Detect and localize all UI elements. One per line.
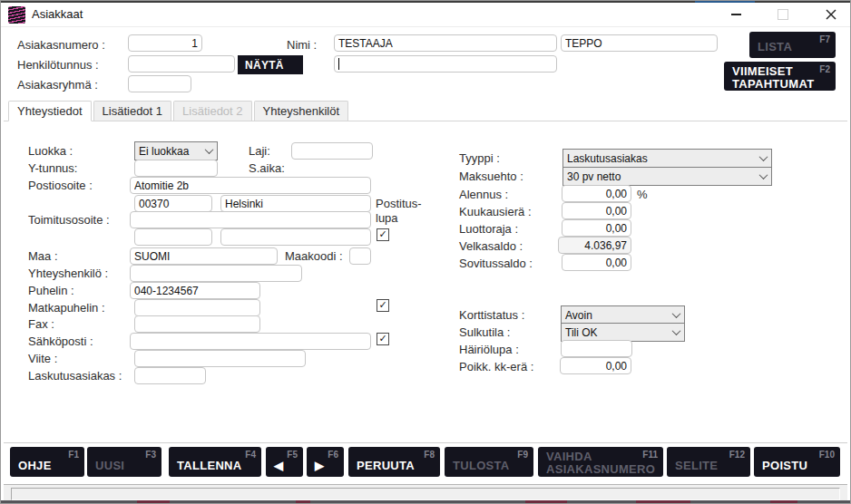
toimitus-postinumero-input[interactable] [134, 228, 212, 246]
postinumero-input[interactable] [134, 195, 212, 212]
viimeiset-tapahtumat-button[interactable]: VIIMEISET TAPAHTUMAT F2 [724, 62, 836, 91]
chevron-down-icon [669, 324, 684, 341]
next-button[interactable]: ▶ F6 [307, 447, 344, 477]
viimeiset-fkey: F2 [819, 64, 830, 74]
sulkutila-select[interactable]: Tili OK [561, 323, 685, 342]
laskutusasiakas-input[interactable] [134, 367, 206, 384]
poikk-kk-era-input[interactable] [560, 357, 631, 374]
toimitusosoite-input[interactable] [130, 211, 371, 228]
uusi-button: UUSI F3 [87, 447, 161, 477]
tulosta-button: TULOSTA F9 [445, 447, 533, 477]
chevron-down-icon [756, 168, 771, 185]
laji-input[interactable] [291, 142, 373, 160]
postiosoite-input[interactable] [130, 177, 371, 194]
maakoodi-input[interactable] [349, 247, 371, 265]
peruuta-button[interactable]: PERUUTA F8 [348, 447, 440, 477]
matkapuhelin-checkbox[interactable]: ✓ [377, 299, 389, 312]
maa-input[interactable] [130, 247, 278, 265]
postituslupa-checkbox[interactable]: ✓ [377, 228, 389, 241]
status-bar [4, 484, 847, 502]
postituslupa-label-2: lupa [376, 211, 398, 225]
postituslupa-label-1: Postitus- [376, 197, 422, 210]
henkilotunnus-input[interactable] [128, 55, 235, 73]
hairiolupa-input[interactable] [561, 340, 632, 357]
sovitussaldo-label: Sovitussaldo : [459, 257, 533, 270]
tyyppi-label: Tyyppi : [459, 151, 500, 165]
nimi-label: Nimi : [287, 38, 317, 52]
luokka-label: Luokka : [28, 144, 73, 158]
luottoraja-input[interactable] [562, 219, 631, 237]
maakoodi-label: Maakoodi : [285, 249, 343, 263]
tab-yhteystiedot[interactable]: Yhteystiedot [8, 101, 92, 121]
tallenna-button[interactable]: TALLENNA F4 [169, 447, 261, 477]
ohje-button[interactable]: OHJE F1 [10, 447, 84, 477]
luottoraja-label: Luottoraja : [459, 222, 518, 236]
fax-input[interactable] [134, 315, 260, 333]
velkasaldo-field [558, 237, 631, 254]
sahkoposti-checkbox[interactable]: ✓ [377, 333, 389, 345]
vaihda-asiakasnumero-button: VAIHDA ASIAKASNUMERO F11 [538, 447, 663, 477]
selite-button: SELITE F12 [667, 447, 750, 477]
laji-label: Laji: [249, 144, 270, 158]
asiakasryhma-input[interactable] [128, 75, 191, 92]
matkapuhelin-input[interactable] [134, 299, 260, 316]
luokka-select[interactable]: Ei luokkaa [134, 141, 218, 160]
prev-arrow-icon: ◀ [274, 460, 298, 472]
close-button[interactable] [811, 3, 851, 26]
nimi-input-3[interactable] [334, 55, 557, 73]
asiakasnumero-input[interactable] [128, 34, 202, 52]
alennus-label: Alennus : [459, 188, 508, 201]
sovitussaldo-input[interactable] [562, 254, 631, 271]
postiosoite-label: Postiosoite : [28, 179, 93, 192]
toimitusosoite-label: Toimitusosoite : [28, 213, 110, 227]
henkilotunnus-label: Henkilötunnus : [17, 58, 99, 72]
toimitus-toimipaikka-input[interactable] [220, 228, 371, 246]
puhelin-input[interactable] [130, 282, 260, 299]
maksuehto-select[interactable]: 30 pv netto [562, 167, 772, 186]
poistu-button[interactable]: POISTU F10 [754, 447, 840, 477]
fax-label: Fax : [28, 317, 54, 331]
nimi-input-1[interactable] [334, 34, 557, 52]
kuukausiera-label: Kuukausierä : [459, 205, 532, 218]
window-title: Asiakkaat [32, 7, 83, 21]
maa-label: Maa : [28, 249, 58, 263]
tab-yhteyshenkilot[interactable]: Yhteyshenkilöt [254, 101, 349, 121]
alennus-unit-label: % [637, 188, 648, 201]
tab-lisatiedot-1[interactable]: Lisätiedot 1 [93, 101, 172, 121]
postitoimipaikka-input[interactable] [220, 195, 371, 212]
tab-bar: Yhteystiedot Lisätiedot 1 Lisätiedot 2 Y… [4, 101, 847, 121]
asiakasnumero-label: Asiakasnumero : [17, 38, 105, 52]
lista-button[interactable]: LISTA F7 [749, 32, 836, 58]
status-message-area [11, 488, 840, 500]
laskutusasiakas-label: Laskutusasiakas : [28, 369, 122, 383]
yhteyshenkilo-input[interactable] [130, 265, 302, 282]
velkasaldo-label: Velkasaldo : [459, 239, 523, 253]
asiakasryhma-label: Asiakasryhmä : [17, 78, 98, 92]
nayta-button[interactable]: NÄYTÄ [238, 55, 303, 74]
sahkoposti-input[interactable] [130, 333, 371, 350]
maksuehto-label: Maksuehto : [459, 170, 523, 183]
korttistatus-label: Korttistatus : [459, 308, 524, 322]
ytunnus-label: Y-tunnus: [28, 161, 77, 175]
next-arrow-icon: ▶ [315, 460, 338, 472]
lista-fkey: F7 [819, 34, 830, 44]
text-caret [338, 58, 339, 70]
previous-button[interactable]: ◀ F5 [266, 447, 303, 477]
ytunnus-input[interactable] [134, 160, 218, 177]
kuukausiera-input[interactable] [562, 202, 631, 219]
sulkutila-label: Sulkutila : [459, 325, 510, 339]
tyyppi-select[interactable]: Laskutusasiakas [562, 149, 772, 168]
nimi-input-2[interactable] [561, 34, 718, 52]
viite-input[interactable] [134, 350, 306, 367]
puhelin-label: Puhelin : [28, 284, 74, 297]
app-icon [8, 6, 25, 24]
maximize-button [763, 3, 803, 26]
matkapuhelin-label: Matkapuhelin : [28, 301, 105, 315]
korttistatus-select[interactable]: Avoin [561, 305, 685, 325]
chevron-down-icon [669, 306, 684, 324]
minimize-button[interactable] [716, 3, 756, 26]
alennus-input[interactable] [562, 185, 631, 202]
tab-lisatiedot-2: Lisätiedot 2 [173, 101, 252, 121]
asiakkaat-window: Asiakkaat Asiakasnumero : Nimi : LISTA F… [0, 0, 851, 504]
screen-edge-artifact [1, 500, 850, 503]
